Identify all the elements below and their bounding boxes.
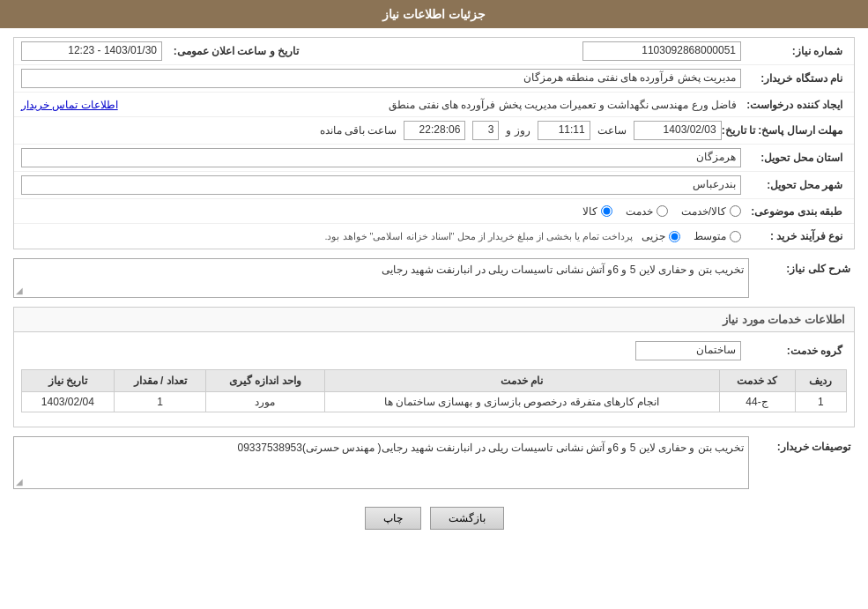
group-khadamat-value: ساختمان [635,341,741,360]
khadamat-table-container: ردیف کد خدمت نام خدمت واحد اندازه گیری ت… [14,364,854,427]
sharh-value: تخریب بتن و حفاری لاین 5 و 6و آتش نشانی … [382,264,744,276]
col-tedad: تعداد / مقدار [114,370,206,392]
radio-motovaset[interactable]: متوسط [694,230,741,242]
tabaqa-label: طبقه بندی موضوعی: [741,205,847,218]
col-tarikh: تاریخ نیاز [22,370,115,392]
cell-radif: 1 [795,392,846,412]
button-row: بازگشت چاپ [13,498,855,538]
nooe-radio-group: متوسط جزیی [642,230,741,242]
mohlet-ersal-label: مهلت ارسال پاسخ: تا تاریخ: [722,124,847,137]
radio-kala[interactable]: کالا [582,205,612,218]
nam-dastgah-value: مدیریت پخش فرآورده های نفتی منطقه هرمزگا… [21,69,741,88]
group-khadamat-row: گروه خدمت: ساختمان [14,338,854,364]
row-ejad-konande: ایجاد کننده درخواست: فاضل ورع مهندسی نگه… [14,93,854,117]
ejad-konande-link[interactable]: اطلاعات تماس خریدار [21,99,118,111]
shomara-niaz-label: شماره نیاز: [741,45,847,57]
col-kod: کد خدمت [719,370,795,392]
tosaif-value-box: تخریب بتن و حفاری لاین 5 و 6و آتش نشانی … [13,436,749,489]
table-row: 1 ج-44 انجام کارهای متفرقه درخصوص بازساز… [22,392,847,412]
row-nooe-farayand: نوع فرآیند خرید : متوسط جزیی پرداخت تمام… [14,224,854,249]
ejad-konande-label: ایجاد کننده درخواست: [741,99,847,111]
row-nam-dastgah: نام دستگاه خریدار: مدیریت پخش فرآورده ها… [14,65,854,93]
group-khadamat-label: گروه خدمت: [741,345,847,357]
cell-tedad: 1 [114,392,206,412]
page-title: جزئیات اطلاعات نیاز [382,7,486,21]
row-mohlet-ersal: مهلت ارسال پاسخ: تا تاریخ: 1403/02/03 سا… [14,117,854,145]
resize-icon-2: ◢ [16,477,23,486]
tarikh-value: 1403/02/03 [634,121,722,140]
rooz-label: روز و [506,124,530,137]
tabaqa-radio-group: کالا/خدمت خدمت کالا [582,205,741,218]
nooe-farayand-label: نوع فرآیند خرید : [741,230,847,242]
resize-icon: ◢ [16,286,23,295]
radio-khadamat[interactable]: خدمت [626,205,668,218]
rooz-value: 3 [472,121,499,140]
row-shahr: شهر محل تحویل: بندرعباس [14,172,854,199]
khadamat-table: ردیف کد خدمت نام خدمت واحد اندازه گیری ت… [21,369,847,412]
shahr-value: بندرعباس [21,175,741,195]
print-button[interactable]: چاپ [365,507,421,530]
nam-dastgah-label: نام دستگاه خریدار: [741,72,847,85]
back-button[interactable]: بازگشت [430,507,504,530]
sharh-label: شرح کلی نیاز: [749,258,855,275]
cell-vahed: مورد [206,392,324,412]
content-area: شماره نیاز: 1103092868000051 تاریخ و ساع… [0,28,868,547]
row-shomara-tarikh: شماره نیاز: 1103092868000051 تاریخ و ساع… [14,38,854,65]
sharh-value-box: تخریب بتن و حفاری لاین 5 و 6و آتش نشانی … [13,258,749,298]
saat-value: 11:11 [538,121,590,140]
col-vahed: واحد اندازه گیری [206,370,324,392]
tosaif-section: توصیفات خریدار: تخریب بتن و حفاری لاین 5… [13,436,855,489]
sharh-section: شرح کلی نیاز: تخریب بتن و حفاری لاین 5 و… [13,258,855,298]
cell-tarikh: 1403/02/04 [22,392,115,412]
main-form-section: شماره نیاز: 1103092868000051 تاریخ و ساع… [13,37,855,249]
shahr-label: شهر محل تحویل: [741,179,847,191]
ostan-label: استان محل تحویل: [741,152,847,164]
baqi-mande-label: ساعت باقی مانده [320,124,397,137]
tarikh-ersal-label: تاریخ و ساعت اعلان عمومی: [162,45,303,57]
cell-kod: ج-44 [719,392,795,412]
radio-jozi[interactable]: جزیی [642,230,680,242]
ostan-value: هرمزگان [21,148,741,167]
tosaif-value: تخریب بتن و حفاری لاین 5 و 6و آتش نشانی … [238,442,744,454]
nooe-farayand-text: پرداخت تمام یا بخشی از مبلغ خریدار از مح… [21,231,633,242]
date-time-group: 1403/02/03 ساعت 11:11 روز و 3 22:28:06 س… [21,121,722,140]
ejad-konande-value: فاضل ورع مهندسی نگهداشت و تعمیرات مدیریت… [118,99,741,111]
page-header: جزئیات اطلاعات نیاز [0,0,868,28]
radio-kala-khadamat[interactable]: کالا/خدمت [681,205,741,218]
col-nam: نام خدمت [324,370,719,392]
saat-label: ساعت [597,124,627,137]
tosaif-label: توصیفات خریدار: [749,436,855,453]
row-ostan: استان محل تحویل: هرمزگان [14,145,854,172]
page-container: جزئیات اطلاعات نیاز شماره نیاز: 11030928… [0,0,868,609]
row-tabaqa: طبقه بندی موضوعی: کالا/خدمت خدمت کالا [14,199,854,224]
col-radif: ردیف [795,370,846,392]
cell-nam: انجام کارهای متفرقه درخصوص بازسازی و بهس… [324,392,719,412]
khadamat-section-title: اطلاعات خدمات مورد نیاز [14,308,854,332]
tarikh-ersal-value: 1403/01/30 - 12:23 [21,41,162,61]
shomara-niaz-value: 1103092868000051 [582,41,741,61]
baqi-mande-value: 22:28:06 [404,121,465,140]
khadamat-section: اطلاعات خدمات مورد نیاز گروه خدمت: ساختم… [13,307,855,427]
